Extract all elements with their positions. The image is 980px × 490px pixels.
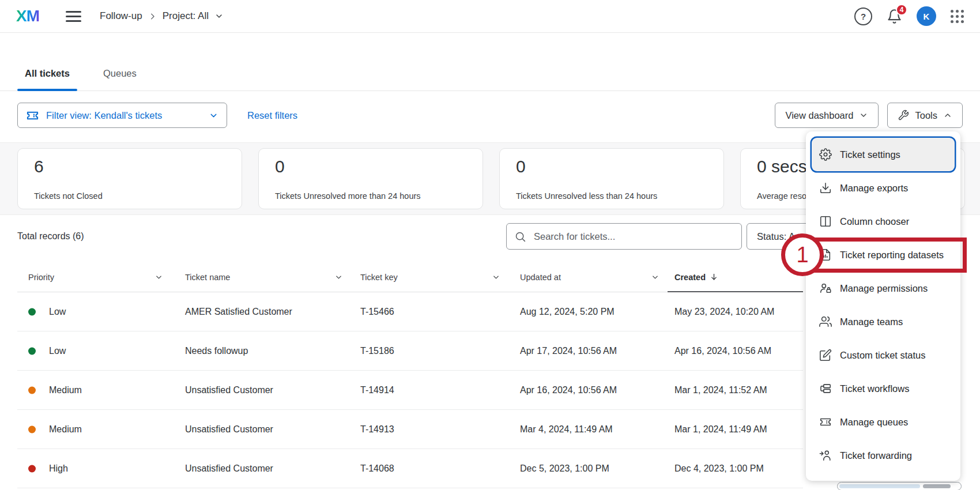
column-header-created[interactable]: Created [674,273,718,282]
table-row[interactable]: High Unsatisfied Customer T-14068 Dec 5,… [17,449,803,488]
view-dashboard-button[interactable]: View dashboard [775,103,879,128]
cell-ticket-name: Unsatisfied Customer [185,424,273,435]
filter-view-dropdown[interactable]: Filter view: Kendall's tickets [17,103,227,128]
cell-ticket-key: T-14068 [360,463,394,474]
menu-item-label: Column chooser [840,216,909,227]
menu-item-manage-teams[interactable]: Manage teams [812,305,955,338]
menu-item-ticket-reporting-datasets[interactable]: Ticket reporting datasets [812,238,955,272]
stat-card-unresolved-under-24h: 0 Tickets Unresolved less than 24 hours [499,148,724,209]
table-row[interactable]: Low AMER Satisfied Customer T-15466 Aug … [17,292,803,331]
chevron-down-icon[interactable] [651,273,659,281]
stat-value: 0 [275,157,466,176]
cell-ticket-key: T-14913 [360,424,394,435]
chevron-down-icon[interactable] [214,12,224,21]
tools-menu: Ticket settings Manage exports Column ch… [806,131,960,481]
menu-item-custom-ticket-status[interactable]: Custom ticket status [812,338,955,372]
workflow-icon [819,382,832,395]
horizontal-scrollbar[interactable] [837,482,962,490]
priority-dot [28,308,36,315]
help-icon[interactable]: ? [854,7,872,25]
notification-badge: 4 [896,4,907,16]
hamburger-menu-icon[interactable] [66,11,81,22]
chevron-down-icon[interactable] [334,273,343,281]
menu-item-ticket-forwarding[interactable]: Ticket forwarding [812,439,955,472]
filter-row: Filter view: Kendall's tickets Reset fil… [17,103,963,128]
annotation-step-marker: 1 [781,233,824,276]
menu-item-manage-exports[interactable]: Manage exports [812,171,955,205]
chevron-down-icon[interactable] [154,273,163,281]
cell-priority: Medium [49,385,82,395]
menu-item-manage-permissions[interactable]: Manage permissions [812,272,955,305]
cell-priority: High [49,463,68,474]
menu-item-label: Manage teams [840,316,903,327]
scrollbar-thumb[interactable] [923,484,951,488]
cell-created: Apr 16, 2024, 10:56 AM [674,346,771,356]
stat-card-not-closed: 6 Tickets not Closed [17,148,242,209]
menu-item-label: Manage permissions [840,283,928,294]
notifications-button[interactable]: 4 [887,9,902,24]
filter-view-label: Filter view: Kendall's tickets [46,110,202,121]
tickets-table: Priority Ticket name Ticket key Updated … [17,262,803,488]
menu-item-ticket-workflows[interactable]: Ticket workflows [812,372,955,405]
cell-updated-at: Mar 4, 2024, 11:49 AM [520,424,613,435]
tab-label: Queues [103,68,137,79]
table-row[interactable]: Medium Unsatisfied Customer T-14914 Apr … [17,371,803,410]
stat-label: Tickets Unresolved more than 24 hours [275,191,466,201]
menu-item-label: Ticket workflows [840,383,909,394]
columns-icon [819,215,832,228]
chevron-down-icon [859,111,868,120]
tools-button[interactable]: Tools [887,103,963,128]
stat-value: 0 [516,157,707,176]
menu-item-label: Ticket forwarding [840,450,912,461]
chevron-down-icon [209,111,218,120]
cell-priority: Low [49,346,66,356]
stat-label: Tickets Unresolved less than 24 hours [516,191,707,201]
menu-item-label: Manage exports [840,183,908,194]
search-input[interactable] [533,231,734,243]
cell-updated-at: Aug 12, 2024, 5:20 PM [520,307,615,317]
cell-updated-at: Apr 16, 2024, 10:56 AM [520,385,617,395]
column-header-ticket-key[interactable]: Ticket key [360,273,398,282]
breadcrumb-project-selector[interactable]: Project: All [163,10,209,22]
tab-all-tickets[interactable]: All tickets [17,56,77,91]
breadcrumb: Follow-up Project: All [100,10,224,22]
users-icon [819,315,832,328]
gear-icon [819,148,832,161]
cell-ticket-name: Needs followup [185,346,248,356]
view-dashboard-label: View dashboard [785,110,853,121]
menu-item-manage-queues[interactable]: Manage queues [812,405,955,439]
column-header-ticket-name[interactable]: Ticket name [185,273,230,282]
priority-dot [28,425,36,433]
app-grid-icon[interactable] [951,10,964,23]
tools-label: Tools [915,110,937,121]
user-lock-icon [819,282,832,295]
table-row[interactable]: Medium Unsatisfied Customer T-14913 Mar … [17,410,803,449]
column-header-priority[interactable]: Priority [28,273,54,282]
column-header-updated-at[interactable]: Updated at [520,273,561,282]
cell-priority: Medium [49,424,82,435]
cell-priority: Low [49,307,66,317]
avatar[interactable]: K [917,6,936,26]
ticket-icon [819,416,832,428]
reset-filters-link[interactable]: Reset filters [247,110,297,121]
menu-item-ticket-settings[interactable]: Ticket settings [812,138,955,171]
wrench-icon [898,110,909,121]
table-row[interactable]: Low Needs followup T-15186 Apr 17, 2024,… [17,331,803,371]
cell-ticket-key: T-15466 [360,307,394,317]
cell-updated-at: Dec 5, 2023, 1:00 PM [520,463,609,474]
cell-created: May 23, 2024, 10:20 AM [674,307,774,317]
download-icon [819,182,832,194]
menu-item-label: Ticket settings [840,149,900,160]
cell-created: Mar 1, 2024, 11:52 AM [674,385,767,395]
stat-card-unresolved-over-24h: 0 Tickets Unresolved more than 24 hours [258,148,483,209]
chevron-down-icon[interactable] [492,273,500,281]
annotation-step-number: 1 [796,243,808,267]
ticket-search-box[interactable] [506,223,742,250]
tab-queues[interactable]: Queues [96,56,144,91]
priority-dot [28,347,36,355]
top-bar: XM Follow-up Project: All ? 4 K [0,0,980,33]
edit-icon [819,349,832,361]
cell-ticket-name: AMER Satisfied Customer [185,307,292,317]
breadcrumb-project-name[interactable]: Follow-up [100,10,142,22]
menu-item-column-chooser[interactable]: Column chooser [812,205,955,238]
